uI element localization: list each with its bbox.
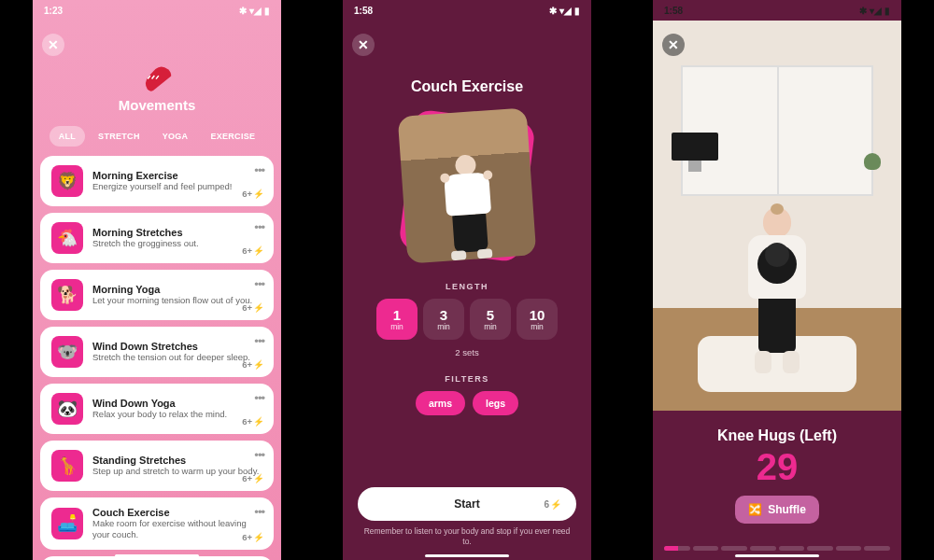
tab-yoga[interactable]: YOGA	[153, 126, 198, 147]
movement-icon: 🐕	[51, 279, 83, 311]
tab-stretch[interactable]: STRETCH	[89, 126, 149, 147]
status-icons: ✱ ▾◢ ▮	[859, 6, 890, 16]
status-bar: 1:23 ✱ ▾◢ ▮	[33, 0, 281, 21]
shuffle-label: Shuffle	[768, 503, 806, 516]
workout-title: Couch Exercise	[343, 78, 591, 95]
tab-all[interactable]: ALL	[50, 126, 85, 147]
disclaimer: Remember to listen to your body and stop…	[360, 526, 574, 547]
shoe-icon	[132, 51, 181, 101]
movement-icon: 🐼	[51, 393, 83, 425]
more-icon[interactable]: •••	[254, 391, 264, 405]
more-icon[interactable]: •••	[254, 277, 264, 291]
movement-title: Morning Yoga	[92, 284, 262, 295]
close-button[interactable]: ✕	[662, 34, 685, 56]
exercise-name: Knee Hugs (Left)	[653, 427, 901, 444]
movement-card[interactable]: 🦁Morning ExerciseEnergize yourself and f…	[40, 156, 274, 206]
movement-subtitle: Relax your body to relax the mind.	[92, 409, 262, 420]
start-label: Start	[454, 497, 479, 511]
filters-label: FILTERS	[343, 374, 591, 384]
more-icon[interactable]: •••	[254, 163, 264, 177]
sets-label: 2 sets	[343, 347, 591, 357]
movement-icon: 🐔	[51, 222, 83, 254]
length-option[interactable]: 5min	[470, 299, 511, 340]
cost-badge: 6+⚡	[242, 189, 264, 199]
movement-subtitle: Step up and stretch to warm up your body…	[92, 466, 262, 477]
workout-image	[397, 106, 537, 265]
start-cost: 6⚡	[544, 499, 561, 510]
more-icon[interactable]: •••	[254, 448, 264, 462]
start-button[interactable]: Start 6⚡	[358, 487, 576, 521]
movement-title: Wind Down Yoga	[92, 398, 262, 409]
progress-bar[interactable]	[664, 546, 890, 551]
movement-card[interactable]: 🐕Morning YogaLet your morning tension fl…	[40, 270, 274, 320]
movement-subtitle: Energize yourself and feel pumped!	[92, 181, 262, 192]
close-button[interactable]: ✕	[352, 34, 375, 56]
plant	[864, 153, 881, 170]
countdown: 29	[653, 446, 901, 488]
filter-chips: armslegs	[343, 391, 591, 415]
movement-subtitle: Stretch the grogginess out.	[92, 238, 262, 249]
length-options: 1min3min5min10min	[343, 299, 591, 340]
nav-handle[interactable]	[425, 554, 509, 557]
movement-card[interactable]: 🦒Standing StretchesStep up and stretch t…	[40, 441, 274, 491]
movement-icon: 🦁	[51, 165, 83, 197]
monitor	[672, 133, 718, 170]
movement-card[interactable]: 🛋️Couch ExerciseMake room for exercise w…	[40, 497, 274, 550]
movement-title: Wind Down Stretches	[92, 341, 262, 352]
movement-card[interactable]: 🐨Wind Down StretchesStretch the tension …	[40, 327, 274, 377]
close-button[interactable]: ✕	[42, 34, 64, 56]
movement-card[interactable]: 🐔Morning StretchesStretch the grogginess…	[40, 213, 274, 263]
more-icon[interactable]: •••	[254, 505, 264, 519]
status-bar: 1:58 ✱ ▾◢ ▮	[653, 0, 901, 21]
status-icons: ✱ ▾◢ ▮	[239, 6, 270, 16]
cost-badge: 6+⚡	[242, 245, 264, 256]
length-label: LENGTH	[343, 282, 591, 291]
window	[681, 65, 873, 196]
cost-badge: 6+⚡	[242, 416, 264, 427]
page-title: Movements	[33, 97, 281, 113]
clock: 1:58	[354, 6, 373, 16]
movement-list: 🦁Morning ExerciseEnergize yourself and f…	[33, 156, 281, 560]
shuffle-button[interactable]: 🔀 Shuffle	[735, 496, 819, 524]
movement-title: Couch Exercise	[92, 507, 262, 518]
movement-icon: 🦒	[51, 450, 83, 482]
shuffle-icon: 🔀	[748, 503, 762, 516]
status-bar: 1:58 ✱ ▾◢ ▮	[343, 0, 591, 21]
tabs: ALL STRETCH YOGA EXERCISE	[33, 126, 281, 147]
cost-badge: 6+⚡	[242, 473, 264, 483]
clock: 1:58	[664, 6, 683, 16]
movement-title: Morning Stretches	[92, 227, 262, 238]
clock: 1:23	[44, 6, 63, 16]
nav-handle[interactable]	[115, 554, 199, 557]
more-icon[interactable]: •••	[254, 220, 264, 234]
movement-icon: 🐨	[51, 336, 83, 368]
movement-icon: 🛋️	[51, 508, 83, 539]
movement-subtitle: Let your morning tension flow out of you…	[92, 295, 262, 306]
length-option[interactable]: 10min	[517, 299, 558, 340]
filter-chip[interactable]: arms	[416, 391, 465, 415]
tab-exercise[interactable]: EXERCISE	[201, 126, 264, 147]
movement-title: Morning Exercise	[92, 170, 262, 181]
person	[748, 207, 806, 373]
filter-chip[interactable]: legs	[473, 391, 518, 415]
movement-card[interactable]: 🐼Wind Down YogaRelax your body to relax …	[40, 384, 274, 434]
status-icons: ✱ ▾◢ ▮	[549, 6, 580, 16]
cost-badge: 6+⚡	[242, 359, 264, 370]
length-option[interactable]: 3min	[423, 299, 464, 340]
cost-badge: 6+⚡	[242, 302, 264, 313]
more-icon[interactable]: •••	[254, 334, 264, 348]
nav-handle[interactable]	[735, 554, 819, 557]
movement-title: Standing Stretches	[92, 455, 262, 466]
exercise-video[interactable]	[653, 21, 901, 411]
movement-subtitle: Make room for exercise without leaving y…	[92, 518, 262, 540]
movement-subtitle: Stretch the tension out for deeper sleep…	[92, 352, 262, 363]
length-option[interactable]: 1min	[376, 299, 417, 340]
cost-badge: 6+⚡	[242, 532, 264, 542]
